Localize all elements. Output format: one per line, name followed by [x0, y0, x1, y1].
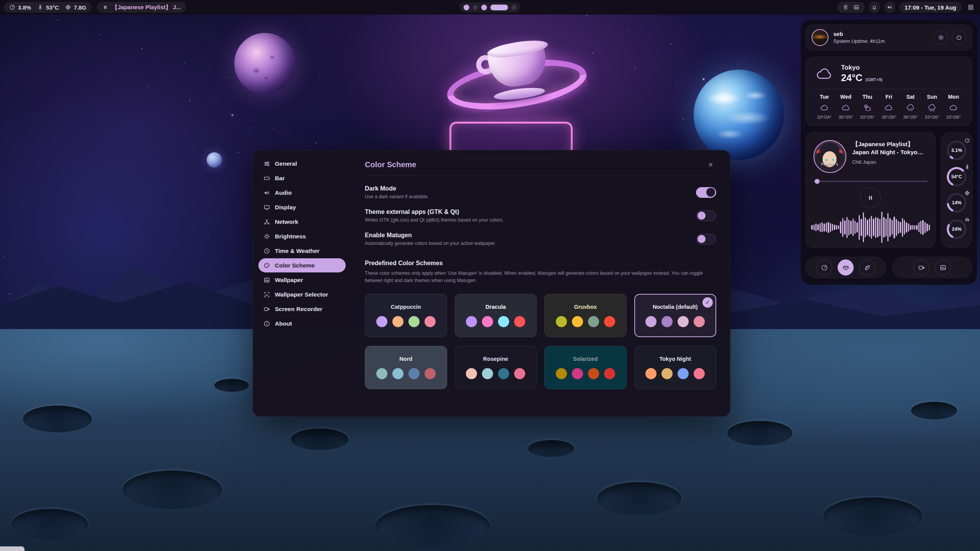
waveform-bar: [861, 219, 862, 236]
waveform-bar: [922, 220, 923, 235]
section-title: Predefined Color Schemes: [365, 260, 716, 267]
scheme-card-nord[interactable]: Nord: [365, 346, 447, 389]
waveform-bar: [820, 223, 821, 232]
gear-icon: [938, 34, 944, 41]
color-dot: [694, 368, 705, 379]
clock-pill[interactable]: 17:09 - Tue, 19 Aug: [899, 2, 962, 13]
color-dot: [466, 368, 477, 379]
sidebar-item-color-scheme[interactable]: Color Scheme: [258, 258, 346, 272]
action-button-wallpaper[interactable]: [935, 259, 951, 276]
network-icon: [263, 218, 270, 225]
color-dot: [604, 316, 615, 327]
play-pause-button[interactable]: [860, 187, 881, 208]
setting-row: Dark Mode Use a dark variant if availabl…: [365, 185, 716, 199]
color-dot: [482, 368, 493, 379]
close-button[interactable]: [705, 159, 716, 170]
waveform-bar: [912, 225, 913, 230]
workspace-inactive-dot[interactable]: [473, 5, 478, 10]
sidebar-item-bar[interactable]: Bar: [258, 171, 346, 185]
gauge-chip: 14%: [946, 192, 968, 214]
app-launcher-button[interactable]: [965, 2, 976, 13]
tray-pill[interactable]: [837, 2, 865, 13]
color-dot: [498, 316, 509, 327]
waveform-bar: [918, 222, 920, 232]
volume-button[interactable]: [884, 2, 895, 13]
sidebar-item-display[interactable]: Display: [258, 200, 346, 214]
scheme-card-gruvbox[interactable]: Gruvbox: [544, 294, 627, 337]
waveform-bar: [842, 218, 843, 237]
setting-subtitle: Automatically generate colors based on y…: [365, 241, 496, 246]
waveform-bar: [823, 223, 825, 231]
saturn-coffee-cup: [436, 25, 597, 155]
gauge-disk: 24%: [946, 218, 968, 240]
day-temps: 33°/24°: [813, 115, 835, 119]
scheme-card-noctalia-default[interactable]: Noctalia (default) ✓: [634, 294, 717, 337]
scheme-card-dracula[interactable]: Dracula: [455, 294, 537, 337]
scheme-card-solarized[interactable]: Solarized: [544, 346, 627, 389]
sidebar-item-about[interactable]: About: [258, 316, 346, 331]
sidebar-item-general[interactable]: General: [258, 156, 346, 171]
setting-title: Theme external apps (GTK & Qt): [365, 209, 503, 215]
wallpaper-icon[interactable]: [853, 4, 859, 10]
forecast-day: Wed 35°/25°: [835, 94, 856, 119]
waveform-bar: [834, 225, 835, 230]
waveform-bar: [910, 225, 911, 230]
toggle-enable-matugen[interactable]: [696, 234, 716, 245]
action-button-scales[interactable]: [838, 259, 854, 276]
power-profile-card: [805, 257, 886, 278]
action-button-screen-recorder[interactable]: [913, 259, 929, 276]
workspace-focused-pill[interactable]: [490, 5, 508, 10]
day-label: Sun: [921, 94, 942, 100]
media-progress-bar[interactable]: [813, 181, 928, 182]
scheme-card-tokyo-night[interactable]: Tokyo Night: [634, 346, 717, 389]
apps-grid-icon: [967, 4, 974, 11]
forecast-day: Tue 33°/24°: [813, 94, 835, 119]
schemes-grid: Catppuccin Dracula Gruvbox Noctalia (def…: [365, 294, 716, 389]
color-dot: [588, 368, 599, 379]
power-button[interactable]: [952, 30, 966, 45]
scheme-name: Nord: [399, 356, 412, 362]
workspace-active-dot[interactable]: [481, 5, 487, 10]
bar-media-pill[interactable]: 【Japanese Playlist】 J...: [97, 2, 186, 13]
connected-device-icon[interactable]: [843, 4, 849, 10]
system-stats-pill[interactable]: 3.8% 53°C 7.8G: [4, 2, 91, 13]
notifications-button[interactable]: [869, 2, 880, 13]
sidebar-item-brightness[interactable]: Brightness: [258, 229, 346, 243]
chip-icon: [964, 190, 970, 196]
progress-knob[interactable]: [815, 179, 820, 184]
waveform-bar: [863, 212, 864, 242]
settings-button[interactable]: [934, 30, 948, 45]
scheme-card-catppuccin[interactable]: Catppuccin: [365, 294, 447, 337]
waveform-bar: [929, 225, 930, 230]
about-icon: [263, 320, 270, 327]
scheme-card-rosepine[interactable]: Rosepine: [455, 346, 537, 389]
waveform-bar: [908, 223, 909, 231]
waveform-bar: [896, 219, 897, 236]
sidebar-item-time-weather[interactable]: Time & Weather: [258, 244, 346, 258]
toggle-theme-external-apps-gtk-qt[interactable]: [696, 210, 716, 221]
weather-city: Tokyo: [841, 64, 882, 72]
toggle-dark-mode[interactable]: [696, 187, 716, 198]
sidebar-item-wallpaper[interactable]: Wallpaper: [258, 273, 346, 287]
sidebar-item-wallpaper-selector[interactable]: Wallpaper Selector: [258, 287, 346, 302]
action-button-speedometer[interactable]: [816, 259, 832, 276]
color-dot: [514, 368, 525, 379]
corner-strip: [0, 546, 24, 551]
action-button-leaf[interactable]: [859, 259, 875, 276]
sidebar-item-network[interactable]: Network: [258, 215, 346, 229]
waveform-bar: [865, 217, 866, 237]
sidebar-item-audio[interactable]: Audio: [258, 186, 346, 200]
workspace-active-dot[interactable]: [464, 5, 469, 10]
setting-subtitle: Writes GTK (gtk.css) and Qt (qt6ct) them…: [365, 217, 503, 223]
waveform-bar: [902, 218, 903, 237]
side-panel: seb System Uptime: 4h11m Tokyo 24°C: [805, 24, 972, 278]
workspace-inactive-dot[interactable]: [511, 5, 516, 10]
media-subtitle: Chill Japan.: [852, 160, 928, 165]
waveform-bar: [826, 223, 827, 232]
waveform-bar: [828, 222, 829, 233]
sidebar-item-screen-recorder[interactable]: Screen Recorder: [258, 302, 346, 316]
workspace-indicator[interactable]: [460, 2, 520, 12]
weather-forecast: Tue 33°/24° Wed 35°/25° Thu 33°/26° Fri …: [813, 94, 964, 119]
volume-icon: [887, 4, 893, 10]
sidebar-item-label: Audio: [275, 189, 292, 196]
